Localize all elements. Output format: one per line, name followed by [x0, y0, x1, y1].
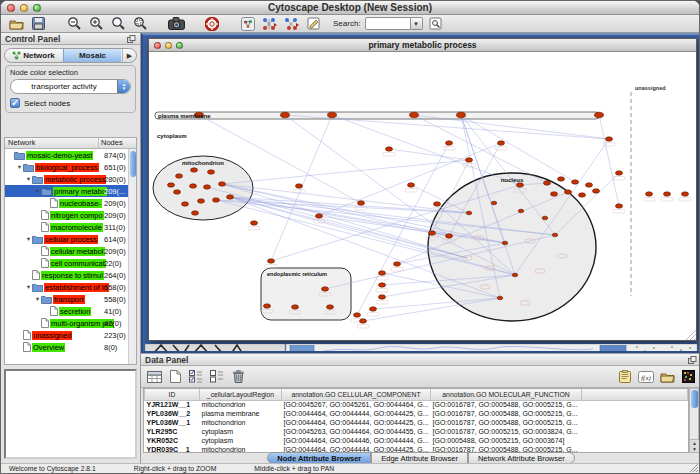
graph-node[interactable] [551, 192, 558, 196]
tree-expand-icon[interactable]: ▼ [34, 296, 41, 302]
tree-row-establishment-of-lo[interactable]: ▼establishment of lo558(0) [5, 281, 136, 293]
attribute-notes-icon[interactable] [616, 369, 634, 385]
select-nodes-checkbox[interactable]: ✓ [10, 98, 20, 108]
graph-node[interactable] [379, 295, 386, 299]
graph-node[interactable] [682, 192, 689, 196]
graph-node[interactable] [176, 174, 183, 178]
graph-node[interactable] [558, 177, 565, 181]
graph-node[interactable] [386, 147, 393, 151]
graph-node[interactable] [328, 112, 337, 118]
graph-node[interactable] [466, 158, 473, 162]
graph-node[interactable] [664, 192, 671, 196]
tree-row-response-to-stimul[interactable]: response to stimul264(0) [5, 269, 136, 281]
tree-row-macromolecule[interactable]: macromolecule311(0) [5, 221, 136, 233]
tree-expand-icon[interactable]: ▼ [25, 176, 32, 182]
float-data-panel-icon[interactable] [688, 356, 697, 364]
window-resize-grip[interactable] [690, 464, 698, 472]
table-column-header[interactable]: annotation.GO MOLECULAR_FUNCTION [431, 389, 582, 400]
tree-row-secretion[interactable]: secretion41(0) [5, 305, 136, 317]
tree-row-nitrogen-compo[interactable]: nitrogen compo209(0) [5, 209, 136, 221]
tab-mosaic[interactable]: Mosaic [63, 49, 121, 62]
table-scrollbar-arrows[interactable]: ▲▼ [690, 439, 699, 452]
graph-node[interactable] [191, 168, 198, 172]
graph-node[interactable] [446, 234, 453, 238]
graph-node[interactable] [264, 304, 271, 308]
graph-node[interactable] [251, 221, 258, 225]
graph-node[interactable] [192, 211, 199, 215]
graph-node[interactable] [410, 112, 419, 118]
graph-node[interactable] [281, 112, 290, 118]
graph-node[interactable] [182, 202, 189, 206]
attribute-table-icon[interactable] [145, 369, 163, 385]
graph-node[interactable] [579, 193, 586, 197]
graph-node[interactable] [446, 141, 453, 145]
graph-node[interactable] [370, 307, 377, 311]
graph-node[interactable] [268, 259, 275, 263]
graph-node[interactable] [572, 180, 579, 184]
zoom-in-icon[interactable] [87, 16, 105, 32]
graph-node[interactable] [208, 170, 215, 174]
graph-node[interactable] [198, 199, 205, 203]
tree-row-cellular-metabol[interactable]: cellular metabol209(0) [5, 245, 136, 257]
graph-node[interactable] [512, 273, 518, 277]
annotation-icon[interactable] [305, 16, 323, 32]
network-window-titlebar[interactable]: primary metabolic process [149, 39, 696, 52]
tree-row-mosaic-demo-yeast[interactable]: mosaic-demo-yeast874(0) [5, 149, 136, 161]
tree-row-biological-process[interactable]: ▼biological_process651(0) [5, 161, 136, 173]
tree-scrollbar-thumb[interactable] [130, 151, 136, 177]
tree-row-multi-organism-pro[interactable]: multi-organism pro42(0) [5, 317, 136, 329]
graph-node[interactable] [517, 183, 524, 187]
tree-row-cell-communicat[interactable]: cell communicat22(0) [5, 257, 136, 269]
open-session-icon[interactable] [7, 16, 25, 32]
tree-row-transport[interactable]: ▼transport558(0) [5, 293, 136, 305]
graph-node[interactable] [227, 195, 234, 199]
import-attributes-folder-icon[interactable] [658, 369, 676, 385]
graph-node[interactable] [408, 183, 415, 187]
search-input[interactable] [365, 17, 411, 30]
tree-expand-icon[interactable]: ▼ [34, 188, 41, 194]
graph-node[interactable] [565, 190, 572, 194]
graph-node[interactable] [204, 185, 211, 189]
graph-node[interactable] [466, 211, 472, 215]
graph-node[interactable] [213, 198, 220, 202]
graph-node[interactable] [606, 137, 613, 141]
graph-node[interactable] [327, 305, 334, 309]
graph-node[interactable] [360, 319, 367, 323]
graph-node[interactable] [586, 183, 593, 187]
graph-node[interactable] [646, 192, 653, 196]
help-lifering-icon[interactable] [203, 16, 221, 32]
graph-node[interactable] [296, 184, 303, 188]
network-canvas[interactable]: plasma membrane cytoplasm mitochondrion … [149, 52, 696, 340]
graph-node[interactable] [616, 204, 623, 208]
graph-node[interactable] [219, 182, 226, 186]
tab-scroll-right-icon[interactable]: ▶ [122, 49, 136, 62]
graph-node[interactable] [379, 283, 386, 287]
tree-expand-icon[interactable]: ▼ [16, 164, 23, 170]
float-panel-icon[interactable] [127, 35, 136, 43]
layout-network-icon[interactable] [261, 16, 279, 32]
tree-scrollbar[interactable] [128, 149, 136, 364]
tree-expand-icon[interactable]: ▼ [25, 236, 32, 242]
graph-node[interactable] [457, 112, 466, 118]
search-dropdown-arrow-icon[interactable]: ▼ [411, 17, 423, 30]
graph-node[interactable] [497, 296, 503, 300]
table-row[interactable]: YKR052Ccytoplasm[GO:0044464, GO:0044446,… [145, 436, 688, 445]
new-attribute-icon[interactable] [166, 369, 184, 385]
advanced-search-icon[interactable] [427, 16, 445, 32]
tree-row-unassigned[interactable]: unassigned223(0) [5, 329, 136, 341]
graph-node[interactable] [354, 313, 361, 317]
table-row[interactable]: YJR121W__1mitochondrion[GO:0045267, GO:0… [145, 400, 688, 409]
graph-node[interactable] [616, 171, 623, 175]
graph-node[interactable] [394, 262, 401, 266]
matrix-heatmap-icon[interactable] [679, 369, 697, 385]
select-attributes-icon[interactable] [187, 369, 205, 385]
graph-node[interactable] [498, 141, 505, 145]
layout-network-alt-icon[interactable] [283, 16, 301, 32]
vizmapper-icon[interactable] [239, 16, 257, 32]
canvas-resize-grip[interactable] [686, 330, 696, 340]
graph-node[interactable] [434, 202, 441, 206]
delete-attribute-trash-icon[interactable] [229, 369, 247, 385]
tree-row-cellular-process[interactable]: ▼cellular process614(0) [5, 233, 136, 245]
zoom-fit-icon[interactable] [131, 16, 149, 32]
graph-node[interactable] [502, 241, 508, 245]
